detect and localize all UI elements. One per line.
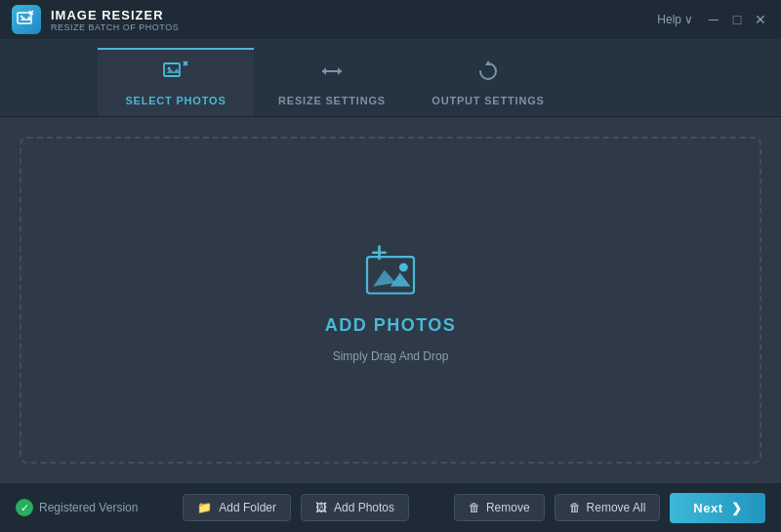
help-chevron: ∨ — [684, 13, 693, 26]
registered-label: Registered Version — [39, 501, 138, 514]
next-chevron-icon: ❯ — [731, 501, 743, 515]
registered-version-area: ✓ Registered Version — [16, 499, 138, 516]
tab-select-photos-label: SELECT PHOTOS — [125, 95, 226, 106]
remove-all-icon: 🗑 — [569, 501, 581, 514]
main-content: ADD PHOTOS Simply Drag And Drop — [0, 117, 781, 483]
title-text-group: IMAGE RESIZER RESIZE BATCH OF PHOTOS — [51, 8, 179, 32]
svg-point-2 — [21, 16, 22, 18]
add-photo-icon-wrapper — [351, 238, 430, 302]
add-photos-label: ADD PHOTOS — [325, 315, 457, 336]
add-photos-btn-icon: 🖼 — [315, 501, 327, 514]
app-icon — [12, 5, 41, 34]
tab-resize-settings[interactable]: RESIZE SETTINGS — [254, 48, 410, 116]
select-photos-icon — [162, 60, 189, 89]
resize-settings-icon — [318, 60, 346, 89]
remove-button[interactable]: 🗑 Remove — [454, 494, 545, 521]
add-folder-label: Add Folder — [219, 501, 276, 514]
title-bar-left: IMAGE RESIZER RESIZE BATCH OF PHOTOS — [12, 5, 179, 34]
title-bar-right: Help ∨ ─ □ ✕ — [651, 10, 769, 29]
bottom-right: 🗑 Remove 🗑 Remove All Next ❯ — [454, 493, 765, 523]
tab-resize-settings-label: RESIZE SETTINGS — [278, 95, 386, 106]
help-button[interactable]: Help ∨ — [651, 10, 699, 29]
tab-select-photos[interactable]: SELECT PHOTOS — [98, 48, 254, 116]
app-logo-icon — [17, 10, 36, 29]
action-buttons-left: 📁 Add Folder 🖼 Add Photos — [183, 494, 409, 521]
tab-bar: SELECT PHOTOS RESIZE SETTINGS OUTPUT SET… — [0, 39, 781, 117]
app-title: IMAGE RESIZER — [51, 8, 179, 22]
app-subtitle: RESIZE BATCH OF PHOTOS — [51, 22, 179, 32]
close-button[interactable]: ✕ — [752, 11, 769, 28]
restore-button[interactable]: □ — [728, 11, 746, 28]
registered-check-icon: ✓ — [16, 499, 33, 516]
remove-all-label: Remove All — [587, 501, 646, 514]
title-bar: IMAGE RESIZER RESIZE BATCH OF PHOTOS Hel… — [0, 0, 781, 39]
bottom-bar: ✓ Registered Version 📁 Add Folder 🖼 Add … — [0, 483, 781, 532]
minimize-button[interactable]: ─ — [705, 11, 722, 28]
svg-point-19 — [399, 263, 408, 271]
remove-label: Remove — [486, 501, 530, 514]
help-label: Help — [657, 13, 681, 26]
tab-output-settings[interactable]: OUTPUT SETTINGS — [410, 48, 566, 116]
svg-marker-18 — [390, 272, 410, 286]
add-photos-icon — [351, 238, 430, 302]
drop-zone[interactable]: ADD PHOTOS Simply Drag And Drop — [20, 137, 761, 464]
add-photos-btn-label: Add Photos — [334, 501, 394, 514]
tab-output-settings-label: OUTPUT SETTINGS — [432, 95, 544, 106]
svg-marker-11 — [322, 67, 326, 75]
folder-icon: 📁 — [197, 501, 212, 514]
add-folder-button[interactable]: 📁 Add Folder — [183, 494, 291, 521]
output-settings-icon — [474, 60, 502, 89]
next-label: Next — [693, 501, 722, 515]
next-button[interactable]: Next ❯ — [670, 493, 765, 523]
svg-marker-12 — [338, 67, 342, 75]
svg-rect-16 — [367, 257, 414, 293]
remove-all-button[interactable]: 🗑 Remove All — [555, 494, 661, 521]
add-photos-button[interactable]: 🖼 Add Photos — [301, 494, 409, 521]
svg-point-7 — [168, 67, 171, 70]
drag-drop-label: Simply Drag And Drop — [333, 349, 449, 363]
bottom-left: ✓ Registered Version — [16, 499, 138, 516]
remove-icon: 🗑 — [469, 501, 480, 514]
